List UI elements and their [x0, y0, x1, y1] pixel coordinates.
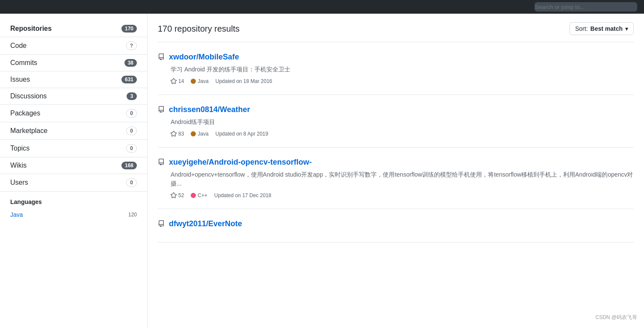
repo-header: xwdoor/MobileSafe	[158, 53, 634, 62]
repo-icon	[158, 53, 165, 62]
repo-description: Android练手项目	[171, 118, 634, 127]
sidebar-item-issues[interactable]: Issues631	[0, 71, 147, 88]
lang-dot	[191, 79, 196, 84]
sidebar-badge: ?	[126, 41, 137, 50]
repo-updated: Updated on 18 Mar 2016	[216, 78, 272, 84]
repo-language: Java	[191, 131, 208, 137]
repo-icon	[158, 159, 165, 167]
sidebar-item-label: Topics	[10, 145, 30, 152]
sidebar-item-code[interactable]: Code?	[0, 37, 147, 55]
sidebar-badge: 3	[127, 92, 137, 100]
results-title: 170 repository results	[158, 24, 239, 34]
sidebar-item-marketplace[interactable]: Marketplace0	[0, 122, 147, 140]
sidebar-item-packages[interactable]: Packages0	[0, 105, 147, 122]
sidebar-badge: 0	[126, 127, 137, 135]
sidebar-item-label: Users	[10, 179, 28, 186]
repo-header: xueyigehe/Android-opencv-tensorflow-	[158, 158, 634, 167]
sort-value: Best match	[591, 25, 623, 32]
main-layout: Repositories170Code?Commits38Issues631Di…	[0, 14, 644, 328]
sidebar-badge: 0	[126, 144, 137, 153]
sort-button[interactable]: Sort: Best match ▾	[570, 22, 634, 35]
lang-dot	[191, 193, 196, 198]
repo-meta: 14 JavaUpdated on 18 Mar 2016	[171, 78, 634, 84]
repo-header: dfwyt2011/EverNote	[158, 219, 634, 228]
repo-name-link[interactable]: xueyigehe/Android-opencv-tensorflow-	[169, 158, 312, 167]
repo-icon	[158, 106, 165, 114]
sidebar-badge: 0	[126, 178, 137, 187]
sidebar-lang-item[interactable]: Java120	[0, 209, 147, 221]
sidebar-item-label: Code	[10, 42, 27, 50]
repo-description: 学习 Android 开发的练手项目：手机安全卫士	[171, 65, 634, 74]
repo-stars: 14	[171, 78, 184, 84]
sidebar-item-commits[interactable]: Commits38	[0, 55, 147, 71]
top-bar	[0, 0, 644, 14]
sidebar-badge: 168	[121, 162, 137, 169]
lang-count: 120	[128, 212, 137, 218]
sidebar-item-repositories[interactable]: Repositories170	[0, 21, 147, 37]
sidebar-item-label: Wikis	[10, 162, 27, 169]
repo-name-link[interactable]: xwdoor/MobileSafe	[169, 53, 239, 62]
languages-title: Languages	[0, 192, 147, 209]
repo-icon	[158, 220, 165, 228]
repo-list: xwdoor/MobileSafe学习 Android 开发的练手项目：手机安全…	[158, 42, 634, 242]
repo-item: dfwyt2011/EverNote	[158, 209, 634, 242]
repo-meta: 52 C++Updated on 17 Dec 2018	[171, 192, 634, 198]
repo-name-link[interactable]: chrissen0814/Weather	[169, 105, 250, 114]
sidebar-item-label: Marketplace	[10, 127, 47, 135]
sidebar-item-discussions[interactable]: Discussions3	[0, 88, 147, 105]
sidebar-badge: 0	[126, 109, 137, 118]
sidebar-item-users[interactable]: Users0	[0, 174, 147, 192]
sidebar-badge: 631	[121, 76, 137, 83]
repo-description: Android+opencv+tensorflow，使用Android stud…	[171, 170, 634, 188]
watermark: CSDN @码农飞哥	[595, 314, 637, 321]
sidebar-item-wikis[interactable]: Wikis168	[0, 157, 147, 174]
chevron-down-icon: ▾	[625, 25, 628, 32]
repo-updated: Updated on 17 Dec 2018	[214, 192, 271, 198]
repo-item: xwdoor/MobileSafe学习 Android 开发的练手项目：手机安全…	[158, 42, 634, 95]
repo-name-link[interactable]: dfwyt2011/EverNote	[169, 219, 242, 228]
repo-stars: 52	[171, 192, 184, 198]
lang-dot	[191, 131, 196, 136]
sidebar-item-label: Repositories	[10, 25, 52, 33]
sidebar-item-label: Packages	[10, 109, 40, 117]
sidebar-item-label: Issues	[10, 76, 30, 83]
repo-language: Java	[191, 78, 208, 84]
main-content: 170 repository results Sort: Best match …	[148, 14, 644, 328]
lang-label: Java	[10, 211, 23, 218]
repo-meta: 83 JavaUpdated on 8 Apr 2019	[171, 131, 634, 137]
sort-label: Sort:	[575, 25, 588, 32]
sidebar-item-label: Discussions	[10, 92, 47, 100]
sidebar: Repositories170Code?Commits38Issues631Di…	[0, 14, 148, 328]
sidebar-item-label: Commits	[10, 59, 37, 67]
top-search-input[interactable]	[535, 2, 637, 12]
repo-header: chrissen0814/Weather	[158, 105, 634, 114]
repo-language: C++	[191, 192, 207, 198]
results-header: 170 repository results Sort: Best match …	[158, 22, 634, 35]
repo-item: xueyigehe/Android-opencv-tensorflow-Andr…	[158, 148, 634, 209]
repo-stars: 83	[171, 131, 184, 137]
repo-item: chrissen0814/WeatherAndroid练手项目 83 JavaU…	[158, 95, 634, 148]
sidebar-badge: 170	[121, 25, 137, 33]
sidebar-item-topics[interactable]: Topics0	[0, 140, 147, 157]
sidebar-badge: 38	[124, 59, 137, 67]
repo-updated: Updated on 8 Apr 2019	[216, 131, 268, 137]
